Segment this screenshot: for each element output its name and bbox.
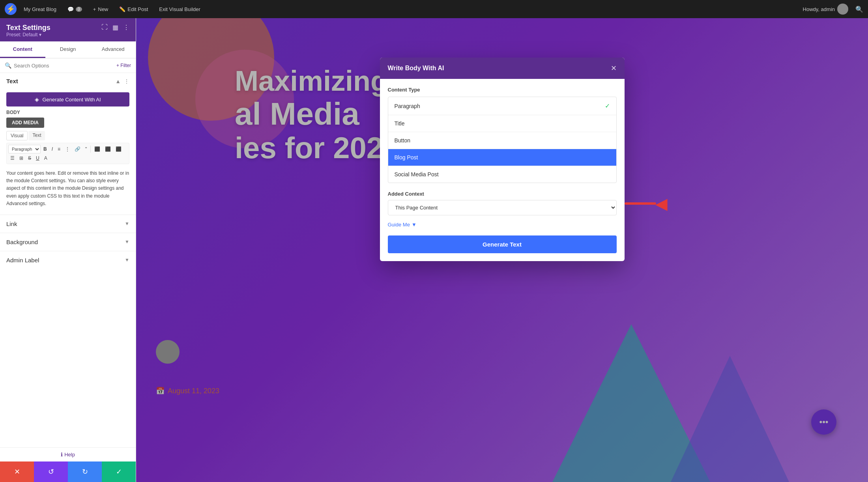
help-link[interactable]: ℹ Help xyxy=(61,452,75,458)
italic-button[interactable]: I xyxy=(50,145,55,153)
fullscreen-icon[interactable]: ⛶ xyxy=(101,24,108,31)
admin-label-chevron-icon: ▼ xyxy=(125,257,129,263)
site-name-link[interactable]: My Great Blog xyxy=(20,5,60,14)
settings-icon[interactable]: ⋮ xyxy=(124,78,129,84)
exit-builder-link[interactable]: Exit Visual Builder xyxy=(155,5,204,14)
sidebar-header: Text Settings Preset: Default ▾ ⛶ ▦ ⋮ xyxy=(0,18,136,41)
generate-content-button[interactable]: ◈ Generate Content With AI xyxy=(6,92,129,106)
ct-social-media[interactable]: Social Media Post xyxy=(388,166,616,183)
collapse-icon[interactable]: ▲ xyxy=(115,78,121,84)
align-center[interactable]: ⬛ xyxy=(103,145,113,153)
save-button[interactable]: ✓ xyxy=(102,461,136,482)
modal-body: Content Type Paragraph ✓ Title Button xyxy=(380,79,625,235)
comments-link[interactable]: 💬 0 xyxy=(64,5,86,14)
color-button[interactable]: A xyxy=(42,154,49,162)
sidebar-preset[interactable]: Preset: Default ▾ xyxy=(6,32,51,37)
body-section: Body ADD MEDIA Visual Text Paragraph B I… xyxy=(0,110,136,215)
add-media-button[interactable]: ADD MEDIA xyxy=(6,118,44,128)
toolbar-divider xyxy=(90,146,91,153)
editor-toolbar: Paragraph B I ≡ ⋮ 🔗 " ⬛ ⬛ ⬛ ☰ ⊞ S U A xyxy=(6,143,129,164)
tab-content[interactable]: Content xyxy=(0,41,45,58)
align-left[interactable]: ⬛ xyxy=(92,145,102,153)
bold-button[interactable]: B xyxy=(41,145,49,153)
paragraph-select[interactable]: Paragraph xyxy=(8,145,41,153)
ct-title[interactable]: Title xyxy=(388,115,616,132)
table-button[interactable]: ⊞ xyxy=(17,154,25,162)
cancel-button[interactable]: ✕ xyxy=(0,461,34,482)
sidebar-title: Text Settings xyxy=(6,24,51,32)
new-link[interactable]: + New xyxy=(89,5,112,14)
align-right[interactable]: ⬛ xyxy=(114,145,123,153)
strikethrough-button[interactable]: S xyxy=(26,154,33,162)
body-label: Body xyxy=(6,110,129,115)
ai-icon: ◈ xyxy=(35,96,39,103)
text-section-title: Text xyxy=(6,78,18,84)
wp-logo-icon[interactable]: ⚡ xyxy=(5,3,17,15)
modal-header: Write Body With AI ✕ xyxy=(380,58,625,79)
sidebar-body: Text ▲ ⋮ ◈ Generate Content With AI Body… xyxy=(0,73,136,447)
editor-tabs: Visual Text xyxy=(6,131,129,140)
guide-me-chevron-icon: ▼ xyxy=(412,222,417,228)
ct-button[interactable]: Button xyxy=(388,132,616,149)
align-justify[interactable]: ☰ xyxy=(8,154,17,162)
paragraph-check-icon: ✓ xyxy=(605,102,610,110)
undo-button[interactable]: ↺ xyxy=(34,461,68,482)
context-select[interactable]: This Page Content xyxy=(388,200,617,215)
modal-footer: Generate Text xyxy=(380,235,625,261)
content-type-label: Content Type xyxy=(388,87,617,93)
admin-bar: ⚡ My Great Blog 💬 0 + New ✏️ Edit Post E… xyxy=(0,0,868,18)
background-section[interactable]: Background ▼ xyxy=(0,233,136,251)
added-context-label: Added Context xyxy=(388,191,617,197)
modal-title: Write Body With AI xyxy=(388,65,444,72)
user-avatar xyxy=(837,4,848,15)
main-layout: Text Settings Preset: Default ▾ ⛶ ▦ ⋮ Co… xyxy=(0,0,868,482)
ct-paragraph[interactable]: Paragraph ✓ xyxy=(388,97,616,115)
quote-button[interactable]: " xyxy=(83,145,89,153)
admin-label-section[interactable]: Admin Label ▼ xyxy=(0,251,136,269)
guide-me-link[interactable]: Guide Me ▼ xyxy=(388,222,617,228)
search-icon[interactable]: 🔍 xyxy=(855,6,863,13)
search-icon: 🔍 xyxy=(5,62,11,69)
tab-design[interactable]: Design xyxy=(45,41,91,58)
ol-button[interactable]: ⋮ xyxy=(63,145,72,153)
modal-close-button[interactable]: ✕ xyxy=(611,64,617,73)
link-section[interactable]: Link ▼ xyxy=(0,215,136,233)
edit-post-link[interactable]: ✏️ Edit Post xyxy=(115,5,152,14)
redo-button[interactable]: ↻ xyxy=(68,461,102,482)
search-bar: 🔍 + Filter xyxy=(0,58,136,73)
link-chevron-icon: ▼ xyxy=(125,221,129,226)
search-input[interactable] xyxy=(14,63,114,69)
underline-button[interactable]: U xyxy=(34,154,41,162)
write-body-modal: Write Body With AI ✕ Content Type Paragr… xyxy=(380,58,625,261)
text-section-header[interactable]: Text ▲ ⋮ xyxy=(0,73,136,89)
ul-button[interactable]: ≡ xyxy=(56,145,62,153)
user-info: Howdy, admin xyxy=(803,4,848,15)
ct-blog-post[interactable]: Blog Post xyxy=(388,149,616,166)
grid-icon[interactable]: ▦ xyxy=(112,24,118,31)
help-icon: ℹ xyxy=(61,452,63,458)
sidebar-tabs: Content Design Advanced xyxy=(0,41,136,58)
more-icon[interactable]: ⋮ xyxy=(123,24,129,31)
link-button[interactable]: 🔗 xyxy=(73,145,82,153)
editor-content[interactable]: Your content goes here. Edit or remove t… xyxy=(6,166,129,211)
generate-text-button[interactable]: Generate Text xyxy=(388,235,617,253)
editor-tab-text[interactable]: Text xyxy=(28,131,45,140)
red-arrow-indicator: ◀ xyxy=(625,196,668,211)
content-type-list: Paragraph ✓ Title Button Blog Post xyxy=(388,97,617,183)
filter-button[interactable]: + Filter xyxy=(116,63,131,68)
modal-overlay: Write Body With AI ✕ Content Type Paragr… xyxy=(136,18,868,482)
background-chevron-icon: ▼ xyxy=(125,239,129,245)
sidebar-footer: ℹ Help xyxy=(0,447,136,461)
main-content: Maximizing Your Reach: al Media ies for … xyxy=(136,18,868,482)
sidebar-action-bar: ✕ ↺ ↻ ✓ xyxy=(0,461,136,482)
tab-advanced[interactable]: Advanced xyxy=(90,41,136,58)
sidebar: Text Settings Preset: Default ▾ ⛶ ▦ ⋮ Co… xyxy=(0,18,136,482)
editor-tab-visual[interactable]: Visual xyxy=(6,131,28,140)
